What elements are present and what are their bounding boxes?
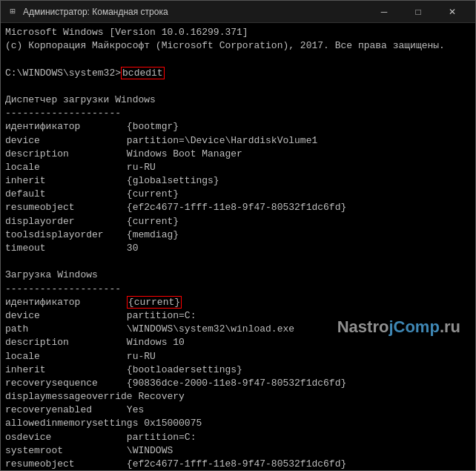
- title-bar-controls: ─ □ ✕: [367, 1, 469, 23]
- line-displayorder: displayorder {current}: [5, 215, 471, 228]
- line-locale-2: locale ru-RU: [5, 350, 471, 363]
- terminal-body[interactable]: Microsoft Windows [Version 10.0.16299.37…: [1, 23, 475, 470]
- line-section-header: Диспетчер загрузки Windows: [5, 93, 471, 107]
- line-description-1: description Windows Boot Manager: [5, 148, 471, 161]
- line-1: Microsoft Windows [Version 10.0.16299.37…: [5, 26, 471, 39]
- bcdedit-command: bcdedit: [121, 67, 165, 79]
- line-resumeobject-2: resumeobject {ef2c4677-1fff-11e8-9f47-80…: [5, 458, 471, 470]
- prompt-text: C:\WINDOWS\system32>: [5, 67, 121, 79]
- line-default: default {current}: [5, 188, 471, 201]
- line-device-2: device partition=C:: [5, 309, 471, 323]
- current-label: идентификатор: [5, 297, 127, 308]
- close-button[interactable]: ✕: [435, 1, 469, 23]
- title-bar-text: Администратор: Командная строка: [23, 7, 367, 17]
- line-inherit-2: inherit {bootloadersettings}: [5, 363, 471, 377]
- line-allowedinmemorysettings: allowedinmemorysettings 0x15000075: [5, 417, 471, 430]
- line-osdevice: osdevice partition=C:: [5, 431, 471, 444]
- line-current-id: идентификатор {current}: [5, 296, 471, 309]
- line-locale-1: locale ru-RU: [5, 161, 471, 174]
- line-description-2: description Windows 10: [5, 336, 471, 349]
- line-3: [5, 53, 471, 66]
- line-recoverysequence: recoverysequence {90836dce-2000-11e8-9f4…: [5, 377, 471, 390]
- maximize-button[interactable]: □: [401, 1, 435, 23]
- line-path: path \WINDOWS\system32\winload.exe: [5, 323, 471, 336]
- line-timeout: timeout 30: [5, 242, 471, 255]
- terminal-wrapper: Microsoft Windows [Version 10.0.16299.37…: [1, 23, 475, 470]
- line-device-1: device partition=\Device\HarddiskVolume1: [5, 134, 471, 148]
- line-blank-2: [5, 255, 471, 269]
- line-systemroot: systemroot \WINDOWS: [5, 444, 471, 458]
- window: ⊞ Администратор: Командная строка ─ □ ✕ …: [0, 0, 476, 471]
- line-bootmgr-id: идентификатор {bootmgr}: [5, 120, 471, 134]
- title-bar: ⊞ Администратор: Командная строка ─ □ ✕: [1, 1, 475, 23]
- line-recoveryenabled: recoveryenabled Yes: [5, 404, 471, 417]
- line-displaymessageoverride: displaymessageoverride Recovery: [5, 390, 471, 404]
- line-separator-2: --------------------: [5, 283, 471, 296]
- line-inherit-1: inherit {globalsettings}: [5, 174, 471, 188]
- line-prompt-cmd: C:\WINDOWS\system32>bcdedit: [5, 67, 471, 80]
- line-resumeobject-1: resumeobject {ef2c4677-1fff-11e8-9f47-80…: [5, 201, 471, 214]
- line-5: [5, 80, 471, 93]
- window-icon: ⊞: [7, 6, 19, 18]
- line-2: (с) Корпорация Майкрософт (Microsoft Cor…: [5, 39, 471, 53]
- line-separator-1: --------------------: [5, 107, 471, 120]
- minimize-button[interactable]: ─: [367, 1, 401, 23]
- current-value: {current}: [127, 296, 182, 309]
- line-windows-boot: Загрузка Windows: [5, 269, 471, 282]
- line-toolsdisplayorder: toolsdisplayorder {memdiag}: [5, 228, 471, 242]
